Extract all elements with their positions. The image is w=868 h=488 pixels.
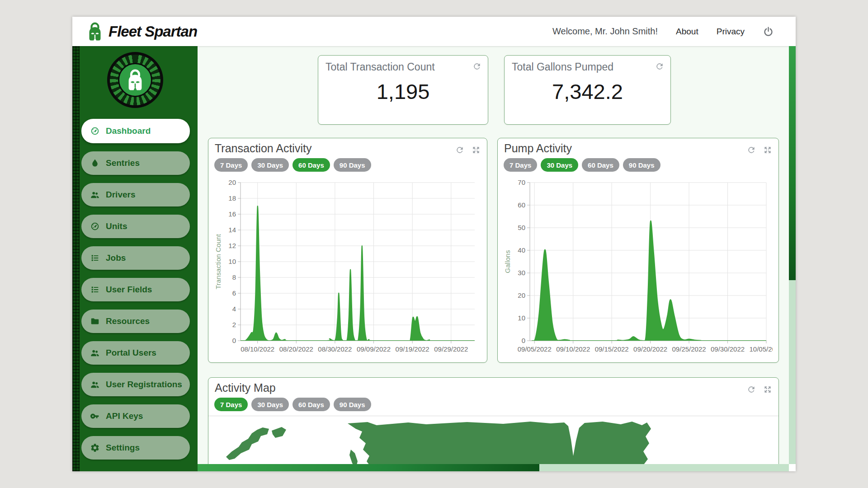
expand-icon[interactable] xyxy=(763,145,772,155)
panel-title: Transaction Activity xyxy=(215,142,311,155)
range-pill-60-days[interactable]: 60 Days xyxy=(582,158,619,172)
sidebar-item-label: API Keys xyxy=(106,411,143,421)
people-icon xyxy=(90,348,100,358)
svg-text:09/10/2022: 09/10/2022 xyxy=(556,345,590,353)
range-pill-7-days[interactable]: 7 Days xyxy=(214,158,248,172)
brand[interactable]: Fleet Spartan xyxy=(86,22,197,42)
sidebar: DashboardSentriesDriversUnitsJobsUser Fi… xyxy=(72,46,198,471)
spartan-helmet-icon xyxy=(86,22,104,42)
svg-text:50: 50 xyxy=(518,224,525,231)
panel-pump-activity: Pump Activity 7 Days30 Days60 Days90 Day… xyxy=(497,138,779,363)
svg-text:Gallons: Gallons xyxy=(504,250,511,273)
panel-transaction-activity: Transaction Activity 7 Days30 Days60 Day… xyxy=(208,138,487,363)
svg-text:20: 20 xyxy=(228,178,236,186)
sidebar-item-api-keys[interactable]: API Keys xyxy=(81,404,190,428)
sidebar-item-dashboard[interactable]: Dashboard xyxy=(81,119,190,143)
key-icon xyxy=(90,411,100,421)
sidebar-item-user-fields[interactable]: User Fields xyxy=(81,278,190,301)
horizontal-scrollbar xyxy=(198,464,789,471)
sidebar-item-label: User Fields xyxy=(106,285,152,295)
svg-text:14: 14 xyxy=(228,226,236,234)
sidebar-item-jobs[interactable]: Jobs xyxy=(81,246,190,270)
range-pill-60-days[interactable]: 60 Days xyxy=(292,158,330,172)
svg-text:8: 8 xyxy=(232,273,236,281)
range-pill-60-days[interactable]: 60 Days xyxy=(292,398,330,411)
gauge-icon xyxy=(90,221,100,231)
svg-text:09/25/2022: 09/25/2022 xyxy=(672,345,706,353)
power-icon[interactable] xyxy=(763,26,774,37)
svg-text:20: 20 xyxy=(518,291,525,299)
svg-text:08/30/2022: 08/30/2022 xyxy=(318,345,352,353)
pump-activity-chart: 01020304050607009/05/202209/10/202209/15… xyxy=(504,177,773,357)
svg-text:70: 70 xyxy=(518,178,525,186)
gear-icon xyxy=(90,443,100,453)
svg-text:09/15/2022: 09/15/2022 xyxy=(595,345,629,353)
range-pill-30-days[interactable]: 30 Days xyxy=(251,158,289,172)
droplet-icon xyxy=(90,158,100,168)
panel-title: Activity Map xyxy=(215,381,276,394)
range-pill-7-days[interactable]: 7 Days xyxy=(214,398,248,411)
horizontal-scrollbar-thumb[interactable] xyxy=(198,464,539,471)
stat-title: Total Transaction Count xyxy=(326,61,435,73)
map-alaska xyxy=(226,427,269,460)
svg-text:09/20/2022: 09/20/2022 xyxy=(633,345,667,353)
brand-name: Fleet Spartan xyxy=(108,23,197,40)
welcome-text: Welcome, Mr. John Smith! xyxy=(552,26,658,37)
range-pill-7-days[interactable]: 7 Days xyxy=(504,158,537,172)
refresh-icon[interactable] xyxy=(455,145,464,155)
transaction-activity-chart: 0246810121416182008/10/202208/20/202208/… xyxy=(214,177,481,357)
panel-title: Pump Activity xyxy=(504,142,572,155)
nav-link-privacy[interactable]: Privacy xyxy=(717,27,745,37)
people-icon xyxy=(90,190,100,200)
refresh-icon[interactable] xyxy=(655,62,664,71)
range-pill-group: 7 Days30 Days60 Days90 Days xyxy=(214,398,371,411)
svg-text:0: 0 xyxy=(522,337,525,344)
range-pill-90-days[interactable]: 90 Days xyxy=(334,158,371,172)
spartan-helmet-emblem xyxy=(107,52,163,108)
map-alaska-island xyxy=(272,427,286,438)
svg-text:09/05/2022: 09/05/2022 xyxy=(518,345,552,353)
sidebar-item-drivers[interactable]: Drivers xyxy=(81,183,190,206)
svg-text:60: 60 xyxy=(518,201,525,209)
sidebar-item-label: Jobs xyxy=(106,253,126,263)
range-pill-90-days[interactable]: 90 Days xyxy=(334,398,371,411)
range-pill-group: 7 Days30 Days60 Days90 Days xyxy=(504,158,660,172)
svg-text:09/30/2022: 09/30/2022 xyxy=(711,345,745,353)
sidebar-item-units[interactable]: Units xyxy=(81,215,190,238)
range-pill-30-days[interactable]: 30 Days xyxy=(541,158,578,172)
sidebar-item-user-registrations[interactable]: User Registrations xyxy=(81,373,190,396)
sidebar-item-settings[interactable]: Settings xyxy=(81,436,190,460)
folder-icon xyxy=(90,316,100,326)
sidebar-item-label: Resources xyxy=(106,316,150,326)
svg-text:Transaction Count: Transaction Count xyxy=(214,234,222,289)
svg-text:30: 30 xyxy=(518,269,525,277)
sidebar-nav: DashboardSentriesDriversUnitsJobsUser Fi… xyxy=(81,119,190,460)
expand-icon[interactable] xyxy=(763,385,772,394)
vertical-scrollbar-thumb[interactable] xyxy=(789,46,796,280)
svg-text:10: 10 xyxy=(228,258,236,265)
range-pill-30-days[interactable]: 30 Days xyxy=(251,398,289,411)
range-pill-90-days[interactable]: 90 Days xyxy=(623,158,660,172)
svg-text:09/29/2022: 09/29/2022 xyxy=(434,345,468,353)
list-icon xyxy=(90,285,100,295)
svg-text:6: 6 xyxy=(232,289,236,297)
people-icon xyxy=(90,380,100,389)
nav-link-about[interactable]: About xyxy=(676,27,698,37)
sidebar-item-portal-users[interactable]: Portal Users xyxy=(81,341,190,365)
svg-text:18: 18 xyxy=(228,194,236,202)
expand-icon[interactable] xyxy=(472,145,481,155)
stat-value: 7,342.2 xyxy=(505,79,670,104)
refresh-icon[interactable] xyxy=(747,385,756,394)
svg-text:2: 2 xyxy=(232,321,236,328)
refresh-icon[interactable] xyxy=(472,62,481,71)
svg-text:40: 40 xyxy=(518,246,525,254)
sidebar-item-resources[interactable]: Resources xyxy=(81,310,190,333)
refresh-icon[interactable] xyxy=(747,145,756,155)
gauge-icon xyxy=(90,126,100,136)
sidebar-item-sentries[interactable]: Sentries xyxy=(81,151,190,175)
panel-activity-map: Activity Map 7 Days30 Days60 Days90 Days xyxy=(208,377,779,471)
top-header: Fleet Spartan Welcome, Mr. John Smith! A… xyxy=(72,17,796,46)
stat-value: 1,195 xyxy=(318,79,488,104)
sidebar-item-label: Dashboard xyxy=(106,126,151,136)
sidebar-item-label: User Registrations xyxy=(106,380,182,389)
